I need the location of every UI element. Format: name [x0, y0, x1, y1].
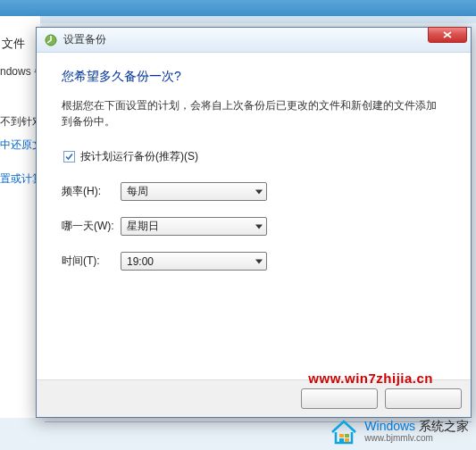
frequency-label: 频率(H): — [62, 184, 121, 199]
frequency-value: 每周 — [127, 184, 148, 199]
bg-window-toolbar — [0, 16, 476, 23]
dialog-body: 您希望多久备份一次? 根据您在下面设置的计划，会将自上次备份后已更改的文件和新创… — [37, 53, 471, 296]
page-description: 根据您在下面设置的计划，会将自上次备份后已更改的文件和新创建的文件添加到备份中。 — [62, 97, 446, 129]
footer-button-2[interactable] — [385, 388, 462, 409]
backup-setup-dialog: 设置备份 您希望多久备份一次? 根据您在下面设置的计划，会将自上次备份后已更改的… — [36, 27, 472, 418]
time-value: 19:00 — [127, 255, 154, 268]
footer-button-1[interactable] — [301, 388, 378, 409]
bg-window-titlebar — [0, 0, 476, 16]
svg-rect-4 — [345, 438, 349, 442]
schedule-checkbox-label: 按计划运行备份(推荐)(S) — [80, 149, 198, 164]
svg-rect-2 — [345, 434, 349, 438]
watermark-logo: Windows 系统之家 www.bjmmlv.com — [329, 418, 469, 445]
frequency-select[interactable]: 每周 — [121, 182, 267, 201]
time-row: 时间(T): 19:00 — [62, 252, 446, 271]
house-icon — [329, 418, 359, 445]
day-label: 哪一天(W): — [62, 219, 121, 234]
page-heading: 您希望多久备份一次? — [62, 69, 446, 85]
dialog-title: 设置备份 — [63, 32, 467, 47]
bg-label-files: 文件 — [2, 36, 25, 52]
frequency-row: 频率(H): 每周 — [62, 182, 446, 201]
watermark-text: Windows 系统之家 www.bjmmlv.com — [364, 420, 469, 443]
checkmark-icon — [64, 152, 74, 162]
watermark-brand: Windows 系统之家 — [364, 420, 469, 433]
day-row: 哪一天(W): 星期日 — [62, 217, 446, 236]
time-label: 时间(T): — [62, 254, 121, 269]
watermark-url: www.win7zhijia.cn — [308, 371, 433, 386]
day-select[interactable]: 星期日 — [121, 217, 267, 236]
svg-rect-3 — [339, 438, 344, 442]
schedule-checkbox-row: 按计划运行备份(推荐)(S) — [63, 149, 446, 164]
chevron-down-icon — [255, 259, 263, 263]
day-value: 星期日 — [127, 219, 159, 234]
chevron-down-icon — [255, 189, 263, 194]
svg-rect-1 — [339, 434, 344, 438]
watermark-suburl: www.bjmmlv.com — [364, 433, 469, 443]
time-select[interactable]: 19:00 — [121, 252, 267, 271]
chevron-down-icon — [255, 224, 263, 229]
schedule-checkbox[interactable] — [63, 151, 75, 162]
titlebar: 设置备份 — [37, 28, 471, 53]
backup-icon — [44, 33, 58, 47]
close-button[interactable] — [428, 27, 467, 43]
close-icon — [443, 31, 452, 38]
